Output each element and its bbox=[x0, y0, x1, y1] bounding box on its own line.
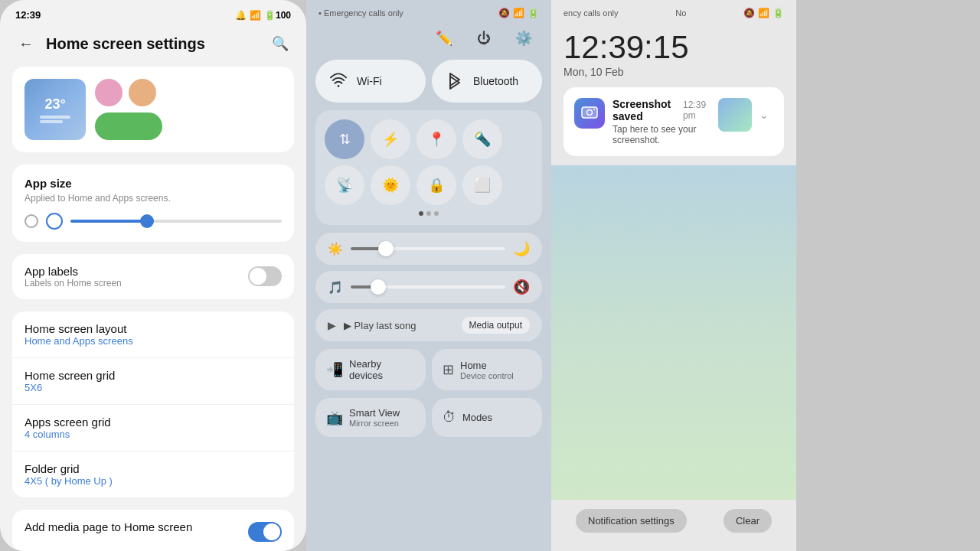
notif-background bbox=[551, 165, 796, 500]
home-screen-layout-row[interactable]: Home screen layout Home and Apps screens bbox=[12, 311, 294, 358]
qs-tile-sync[interactable]: ⇅ bbox=[325, 119, 364, 159]
notif-thumbnail bbox=[718, 98, 752, 132]
theme-temp: 23° bbox=[44, 96, 65, 112]
qs-content: Wi-Fi Bluetooth ⇅ ⚡ 📍 🔦 📡 🌞 bbox=[306, 60, 551, 551]
theme-card-blue: 23° bbox=[24, 79, 86, 140]
qs-grid-dots bbox=[325, 211, 533, 216]
qs-tile-battery-saver[interactable]: ⚡ bbox=[371, 119, 410, 159]
add-media-label-block: Add media page to Home screen bbox=[24, 520, 248, 533]
qs-tile-lock-rotation[interactable]: 🔒 bbox=[416, 165, 456, 205]
clear-button[interactable]: Clear bbox=[724, 509, 772, 533]
notif-status-left: ency calls only bbox=[564, 8, 619, 18]
add-media-toggle-knob bbox=[263, 523, 280, 540]
music-icon: 🎵 bbox=[328, 280, 343, 295]
app-size-slider[interactable] bbox=[70, 220, 282, 223]
modes-tile[interactable]: ⏱ Modes bbox=[432, 398, 542, 437]
theme-bar-2 bbox=[40, 120, 63, 123]
search-button[interactable]: 🔍 bbox=[266, 30, 294, 57]
nearby-label: Nearby devices bbox=[349, 358, 415, 381]
notifications-panel: ency calls only No 🔕 📶 🔋 12:39:15 Mon, 1… bbox=[551, 0, 796, 551]
app-labels-label-block: App labels Labels on Home screen bbox=[24, 265, 248, 289]
back-button[interactable]: ← bbox=[12, 30, 40, 57]
page-title: Home screen settings bbox=[46, 35, 260, 53]
app-size-slider-row bbox=[24, 213, 282, 230]
qs-tile-location[interactable]: 📍 bbox=[416, 119, 456, 159]
notification-settings-button[interactable]: Notification settings bbox=[576, 509, 687, 533]
qs-tile-rss[interactable]: 📡 bbox=[325, 165, 364, 205]
home-tile[interactable]: ⊞ Home Device control bbox=[432, 349, 542, 390]
app-size-title: App size bbox=[24, 177, 282, 190]
qs-tile-screenshot[interactable]: ⬜ bbox=[462, 165, 502, 205]
notif-content: Screenshot saved 12:39 pm Tap here to se… bbox=[612, 98, 710, 145]
home-screen-grid-value: 5X6 bbox=[24, 382, 282, 393]
qs-top-icons: ✏️ ⏻ ⚙️ bbox=[306, 23, 551, 60]
slider-icon-large bbox=[46, 213, 63, 230]
svg-rect-1 bbox=[582, 107, 597, 118]
qs-bluetooth-tile[interactable]: Bluetooth bbox=[432, 60, 542, 103]
apps-screen-grid-row[interactable]: Apps screen grid 4 columns bbox=[12, 405, 294, 452]
media-output-button[interactable]: Media output bbox=[462, 317, 530, 334]
notif-body: Tap here to see your screenshot. bbox=[612, 124, 710, 145]
theme-bar-1 bbox=[40, 116, 70, 119]
home-screen-grid-row[interactable]: Home screen grid 5X6 bbox=[12, 358, 294, 405]
slider-icon-small bbox=[24, 214, 38, 228]
qs-status-left: • Emergency calls only bbox=[318, 8, 403, 18]
home-screen-grid-title: Home screen grid bbox=[24, 369, 282, 382]
brightness-slider[interactable] bbox=[351, 247, 505, 250]
qs-status-bar: • Emergency calls only 🔕 📶 🔋 bbox=[306, 0, 551, 23]
app-labels-row: App labels Labels on Home screen bbox=[12, 254, 294, 299]
qs-bluetooth-label: Bluetooth bbox=[473, 75, 518, 87]
qs-tile-screen-brightness[interactable]: 🌞 bbox=[371, 165, 410, 205]
qs-status-icons: 🔕 📶 🔋 bbox=[498, 8, 539, 18]
nearby-devices-tile[interactable]: 📲 Nearby devices bbox=[315, 349, 426, 390]
svg-point-3 bbox=[593, 109, 595, 110]
smart-view-tile[interactable]: 📺 Smart View Mirror screen bbox=[315, 398, 426, 437]
add-media-toggle[interactable] bbox=[248, 522, 282, 542]
brightness-thumb[interactable] bbox=[378, 241, 394, 256]
home-icon: ⊞ bbox=[443, 361, 454, 378]
volume-slider-row: 🎵 🔇 bbox=[315, 271, 542, 303]
qs-grid: ⇅ ⚡ 📍 🔦 📡 🌞 🔒 ⬜ bbox=[315, 110, 542, 225]
qs-signal-icon: 📶 bbox=[513, 8, 524, 18]
side-gap bbox=[796, 0, 980, 551]
qs-settings-icon[interactable]: ⚙️ bbox=[511, 26, 536, 51]
bluetooth-icon bbox=[444, 70, 466, 92]
volume-icon: 🔔 bbox=[235, 10, 247, 21]
notif-time-block: 12:39:15 Mon, 10 Feb bbox=[551, 23, 796, 87]
moon-icon: 🌙 bbox=[513, 240, 530, 257]
qs-tile-flashlight[interactable]: 🔦 bbox=[462, 119, 502, 159]
qs-power-icon[interactable]: ⏻ bbox=[472, 26, 496, 51]
shape-pink bbox=[95, 79, 122, 106]
folder-grid-value: 4X5 ( by Home Up ) bbox=[24, 475, 282, 487]
play-last-song-label[interactable]: ▶ Play last song bbox=[344, 320, 454, 331]
home-sub: Device control bbox=[460, 371, 514, 380]
wifi-icon bbox=[328, 70, 349, 92]
qs-wifi-tile[interactable]: Wi-Fi bbox=[315, 60, 426, 103]
shape-orange bbox=[129, 79, 156, 106]
qs-wifi-label: Wi-Fi bbox=[357, 75, 382, 87]
screenshot-notification[interactable]: Screenshot saved 12:39 pm Tap here to se… bbox=[564, 87, 784, 156]
app-labels-title: App labels bbox=[24, 265, 248, 278]
status-icons: 🔔 📶 🔋100 bbox=[235, 10, 291, 21]
smart-view-sub: Mirror screen bbox=[349, 419, 400, 428]
qs-volume-icon: 🔕 bbox=[498, 8, 510, 18]
smart-view-label: Smart View bbox=[349, 407, 400, 419]
add-media-title: Add media page to Home screen bbox=[24, 520, 248, 533]
expand-icon[interactable]: ⌄ bbox=[755, 106, 773, 124]
home-screen-layout-value: Home and Apps screens bbox=[24, 335, 282, 347]
toggle-knob bbox=[250, 268, 266, 285]
folder-grid-row[interactable]: Folder grid 4X5 ( by Home Up ) bbox=[12, 452, 294, 497]
app-labels-toggle[interactable] bbox=[248, 266, 282, 286]
volume-thumb[interactable] bbox=[371, 279, 386, 295]
qs-bottom-tiles-1: 📲 Nearby devices ⊞ Home Device control bbox=[315, 349, 542, 390]
mute-icon: 🔇 bbox=[513, 279, 530, 295]
settings-panel: 12:39 🔔 📶 🔋100 ← Home screen settings 🔍 … bbox=[0, 0, 306, 551]
notif-status-bar: ency calls only No 🔕 📶 🔋 bbox=[551, 0, 796, 23]
notif-battery-icon: 🔋 bbox=[773, 8, 784, 18]
volume-slider[interactable] bbox=[351, 285, 505, 289]
dot-3 bbox=[434, 211, 439, 216]
qs-grid-row-2: 📡 🌞 🔒 ⬜ bbox=[325, 165, 533, 205]
slider-thumb[interactable] bbox=[140, 214, 154, 228]
qs-edit-icon[interactable]: ✏️ bbox=[432, 26, 456, 51]
modes-text: Modes bbox=[462, 412, 492, 423]
